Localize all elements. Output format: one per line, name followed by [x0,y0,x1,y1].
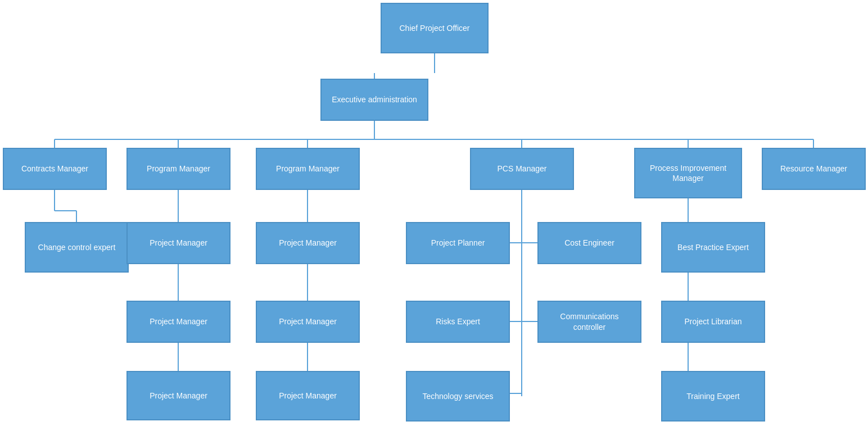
node-proj2c: Project Manager [256,371,360,420]
node-pcs: PCS Manager [470,148,574,190]
org-chart: Chief Project Officer Executive administ… [0,0,868,426]
node-change: Change control expert [25,222,129,273]
node-resource: Resource Manager [762,148,866,190]
node-proj2b: Project Manager [256,301,360,343]
node-pm1: Program Manager [126,148,230,190]
node-tech: Technology services [406,371,510,422]
node-exec: Executive administration [320,79,428,121]
node-contracts: Contracts Manager [3,148,107,190]
node-bestpractice: Best Practice Expert [661,222,765,273]
node-pm2: Program Manager [256,148,360,190]
node-proj1a: Project Manager [126,222,230,264]
node-training: Training Expert [661,371,765,422]
node-cpo: Chief Project Officer [381,3,489,53]
node-cost: Cost Engineer [537,222,641,264]
node-process: Process Improvement Manager [634,148,742,198]
connector-lines [0,0,868,426]
node-proj1b: Project Manager [126,301,230,343]
node-risks: Risks Expert [406,301,510,343]
node-librarian: Project Librarian [661,301,765,343]
node-planner: Project Planner [406,222,510,264]
node-proj1c: Project Manager [126,371,230,420]
node-proj2a: Project Manager [256,222,360,264]
node-comms: Communications controller [537,301,641,343]
